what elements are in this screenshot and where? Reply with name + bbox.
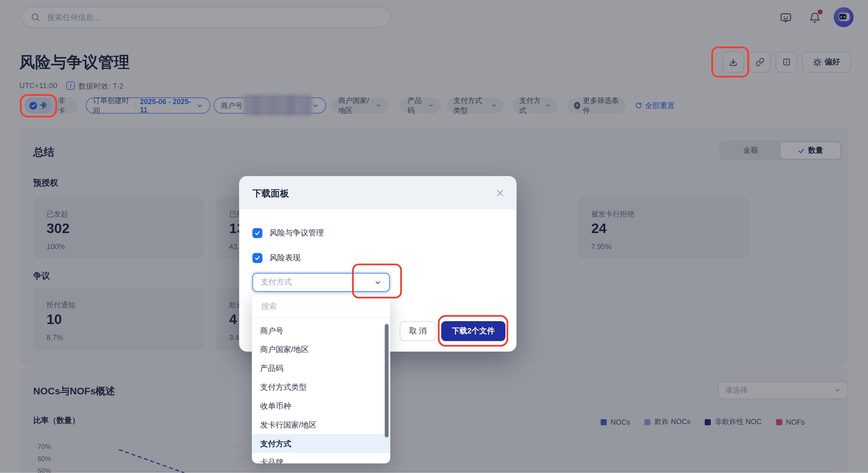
checkbox-label: 风险表现 <box>270 253 301 263</box>
dropdown-item[interactable]: 商户国家/地区 <box>252 340 390 359</box>
dimension-dropdown-panel: 商户号 商户国家/地区 产品码 支付方式类型 收单币种 发卡行国家/地区 支付方… <box>252 295 390 464</box>
scrollbar-thumb[interactable] <box>385 324 389 438</box>
checkbox-row-risk-dispute: 风险与争议管理 <box>252 228 324 238</box>
annotation-box-download-files-button <box>438 315 508 347</box>
dropdown-item[interactable]: 商户号 <box>252 321 390 340</box>
dropdown-item[interactable]: 卡品牌 <box>252 453 390 464</box>
dropdown-search-input[interactable] <box>260 301 382 311</box>
dropdown-list: 商户号 商户国家/地区 产品码 支付方式类型 收单币种 发卡行国家/地区 支付方… <box>252 321 390 464</box>
dropdown-item[interactable]: 支付方式类型 <box>252 378 390 397</box>
checkbox-row-risk-performance: 风险表现 <box>252 253 301 263</box>
select-value: 支付方式 <box>261 277 291 287</box>
close-icon[interactable] <box>494 187 505 198</box>
checkbox-checked[interactable] <box>252 253 262 263</box>
dropdown-item-selected[interactable]: 支付方式 <box>252 434 390 453</box>
checkbox-checked[interactable] <box>252 228 262 238</box>
divider <box>252 317 390 318</box>
modal-title: 下载面板 <box>252 187 289 200</box>
annotation-box-select-chevron <box>352 264 402 299</box>
app-window: 风险与争议管理 偏好 UTC+11:00 i 数据时效: T-2 <box>0 0 868 473</box>
annotation-box-download-button <box>711 47 749 78</box>
cancel-button[interactable]: 取 消 <box>400 321 436 341</box>
dropdown-item[interactable]: 收单币种 <box>252 396 390 415</box>
checkbox-label: 风险与争议管理 <box>270 228 324 238</box>
annotation-box-card-tab <box>20 94 57 117</box>
dropdown-item[interactable]: 发卡行国家/地区 <box>252 415 390 434</box>
dropdown-item[interactable]: 产品码 <box>252 359 390 378</box>
